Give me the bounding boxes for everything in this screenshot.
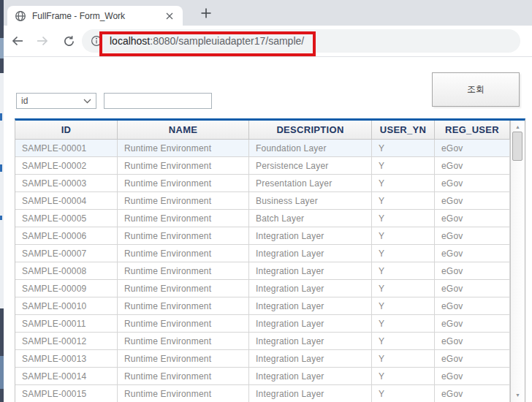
address-bar[interactable]: localhost:8080/sampleuiadapter17/sample/ — [82, 29, 520, 53]
table-cell: eGov — [435, 385, 510, 402]
table-cell: Integration Layer — [249, 227, 372, 245]
table-row[interactable]: SAMPLE-00014Runtime EnvironmentIntegrati… — [15, 368, 510, 385]
edge-segment — [0, 113, 2, 121]
table-row[interactable]: SAMPLE-00007Runtime EnvironmentIntegrati… — [15, 245, 510, 262]
browser-tab[interactable]: FullFrame - Form_Work — [7, 6, 183, 26]
column-header-reg-user[interactable]: REG_USER — [435, 121, 510, 140]
table-cell: eGov — [435, 280, 510, 297]
table-cell: SAMPLE-00010 — [15, 297, 118, 315]
table-row[interactable]: SAMPLE-00005Runtime EnvironmentBatch Lay… — [15, 210, 510, 227]
table-cell: Y — [372, 350, 435, 368]
search-input[interactable] — [104, 93, 212, 109]
url-text[interactable]: localhost:8080/sampleuiadapter17/sample/ — [110, 35, 304, 47]
table-cell: Integration Layer — [249, 315, 372, 333]
table-row[interactable]: SAMPLE-00004Runtime EnvironmentBusiness … — [15, 192, 510, 210]
table-cell: Presentation Layer — [249, 175, 372, 192]
table-row[interactable]: SAMPLE-00003Runtime EnvironmentPresentat… — [15, 175, 510, 192]
table-cell: Y — [372, 315, 435, 333]
table-cell: Integration Layer — [249, 262, 372, 280]
table-row[interactable]: SAMPLE-00008Runtime EnvironmentIntegrati… — [15, 262, 510, 280]
table-cell: Y — [372, 333, 435, 350]
table-cell: SAMPLE-00008 — [15, 262, 118, 280]
edge-segment — [0, 216, 2, 220]
table-cell: Runtime Environment — [118, 368, 249, 385]
table-cell: Y — [372, 175, 435, 192]
grid-columns: ID NAME DESCRIPTION USER_YN REG_USER SAM… — [15, 121, 510, 402]
table-cell: eGov — [435, 157, 510, 175]
table-cell: Runtime Environment — [118, 385, 249, 402]
table-cell: SAMPLE-00013 — [15, 350, 118, 368]
table-row[interactable]: SAMPLE-00006Runtime EnvironmentIntegrati… — [15, 227, 510, 245]
table-cell: Runtime Environment — [118, 227, 249, 245]
scroll-down-icon[interactable]: ▼ — [511, 390, 525, 400]
site-info-icon[interactable] — [91, 35, 102, 47]
table-cell: Y — [372, 297, 435, 315]
table-cell: Y — [372, 140, 435, 157]
table-cell: eGov — [435, 368, 510, 385]
background-window-edge — [0, 0, 4, 402]
selected-option-label: id — [21, 96, 83, 106]
table-cell: eGov — [435, 210, 510, 227]
table-cell: Y — [372, 192, 435, 210]
reload-icon[interactable] — [61, 34, 76, 48]
table-cell: SAMPLE-00015 — [15, 385, 118, 402]
table-cell: Runtime Environment — [118, 210, 249, 227]
table-cell: Integration Layer — [249, 333, 372, 350]
table-cell: SAMPLE-00006 — [15, 227, 118, 245]
back-icon[interactable] — [10, 34, 25, 48]
field-select-dropdown[interactable]: id — [16, 93, 96, 109]
table-cell: Y — [372, 368, 435, 385]
table-cell: Y — [372, 280, 435, 297]
table-cell: Runtime Environment — [118, 315, 249, 333]
url-path: :8080/sampleuiadapter17/sample/ — [150, 35, 304, 47]
browser-toolbar: localhost:8080/sampleuiadapter17/sample/ — [4, 26, 532, 57]
table-cell: Runtime Environment — [118, 192, 249, 210]
table-cell: Business Layer — [249, 192, 372, 210]
table-row[interactable]: SAMPLE-00002Runtime EnvironmentPersisten… — [15, 157, 510, 175]
table-cell: SAMPLE-00007 — [15, 245, 118, 262]
table-row[interactable]: SAMPLE-00012Runtime EnvironmentIntegrati… — [15, 333, 510, 350]
column-header-description[interactable]: DESCRIPTION — [249, 121, 372, 140]
table-cell: Runtime Environment — [118, 333, 249, 350]
search-button[interactable]: 조회 — [432, 72, 520, 107]
table-cell: eGov — [435, 262, 510, 280]
table-cell: Integration Layer — [249, 368, 372, 385]
table-cell: SAMPLE-00005 — [15, 210, 118, 227]
table-cell: SAMPLE-00012 — [15, 333, 118, 350]
new-tab-button[interactable] — [197, 4, 216, 23]
column-header-id[interactable]: ID — [15, 121, 118, 140]
data-grid: ID NAME DESCRIPTION USER_YN REG_USER SAM… — [15, 118, 525, 402]
table-cell: SAMPLE-00004 — [15, 192, 118, 210]
table-cell: Y — [372, 227, 435, 245]
edge-segment — [0, 38, 4, 58]
table-cell: SAMPLE-00014 — [15, 368, 118, 385]
table-cell: Runtime Environment — [118, 280, 249, 297]
grid-header-row: ID NAME DESCRIPTION USER_YN REG_USER — [15, 121, 510, 140]
table-cell: Y — [372, 262, 435, 280]
table-cell: eGov — [435, 227, 510, 245]
table-cell: Runtime Environment — [118, 140, 249, 157]
table-cell: Y — [372, 245, 435, 262]
scroll-up-icon[interactable]: ▲ — [511, 122, 525, 132]
table-cell: Integration Layer — [249, 245, 372, 262]
table-row[interactable]: SAMPLE-00015Runtime EnvironmentIntegrati… — [15, 385, 510, 402]
scrollbar-thumb[interactable] — [512, 132, 522, 161]
table-cell: SAMPLE-00001 — [15, 140, 118, 157]
chevron-down-icon — [83, 99, 91, 104]
table-row[interactable]: SAMPLE-00010Runtime EnvironmentIntegrati… — [15, 297, 510, 315]
table-cell: SAMPLE-00011 — [15, 315, 118, 333]
table-cell: Integration Layer — [249, 385, 372, 402]
table-cell: eGov — [435, 245, 510, 262]
tab-close-icon[interactable] — [164, 10, 175, 22]
table-row[interactable]: SAMPLE-00009Runtime EnvironmentIntegrati… — [15, 280, 510, 297]
table-cell: SAMPLE-00009 — [15, 280, 118, 297]
column-header-name[interactable]: NAME — [118, 121, 249, 140]
column-header-user-yn[interactable]: USER_YN — [372, 121, 435, 140]
table-row[interactable]: SAMPLE-00001Runtime EnvironmentFoundatio… — [15, 140, 510, 157]
table-cell: Runtime Environment — [118, 262, 249, 280]
grid-scrollbar[interactable]: ▲ ▼ — [510, 121, 525, 402]
table-cell: eGov — [435, 140, 510, 157]
table-row[interactable]: SAMPLE-00011Runtime EnvironmentIntegrati… — [15, 315, 510, 333]
table-cell: SAMPLE-00002 — [15, 157, 118, 175]
table-row[interactable]: SAMPLE-00013Runtime EnvironmentIntegrati… — [15, 350, 510, 368]
